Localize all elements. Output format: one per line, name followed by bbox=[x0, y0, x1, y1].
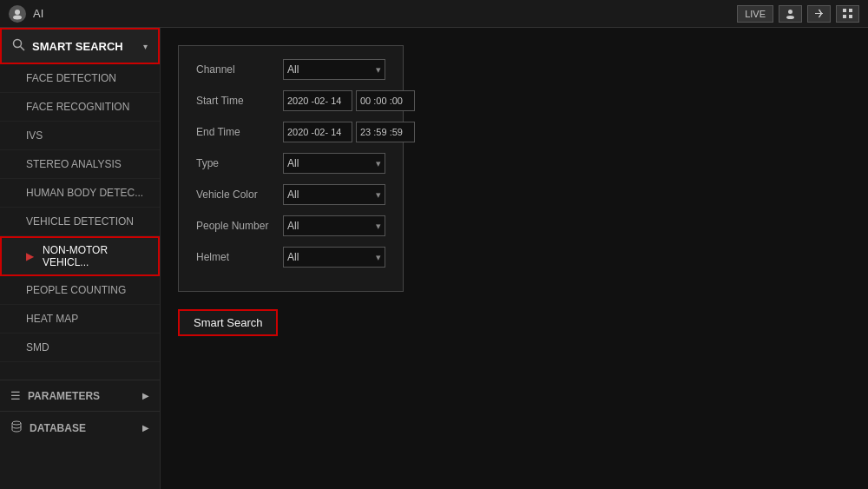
people-number-label: People Number bbox=[196, 220, 283, 232]
helmet-select-wrapper: All bbox=[283, 247, 385, 268]
svg-line-9 bbox=[21, 47, 25, 51]
people-number-select-wrapper: All bbox=[283, 215, 385, 236]
channel-row: Channel All bbox=[196, 59, 385, 80]
live-button[interactable]: LIVE bbox=[737, 5, 773, 23]
svg-rect-5 bbox=[849, 9, 852, 12]
end-date-input[interactable] bbox=[283, 122, 352, 142]
grid-icon-button[interactable] bbox=[836, 5, 859, 23]
end-time-input[interactable] bbox=[356, 122, 415, 142]
smart-search-chevron: ▾ bbox=[143, 42, 148, 51]
header-controls: LIVE bbox=[737, 5, 859, 23]
sidebar-database[interactable]: DATABASE ▶ bbox=[0, 411, 160, 444]
people-number-select[interactable]: All bbox=[283, 215, 385, 236]
svg-point-3 bbox=[786, 16, 794, 19]
user-icon-button[interactable] bbox=[779, 5, 802, 23]
parameters-icon: ☰ bbox=[10, 389, 21, 402]
non-motor-chevron: ▶ bbox=[26, 250, 34, 262]
sidebar-item-heat-map[interactable]: HEAT MAP bbox=[0, 305, 160, 334]
end-time-label: End Time bbox=[196, 126, 283, 138]
type-row: Type All bbox=[196, 153, 385, 174]
channel-select[interactable]: All bbox=[283, 59, 385, 80]
helmet-select[interactable]: All bbox=[283, 247, 385, 268]
people-number-row: People Number All bbox=[196, 215, 385, 236]
vehicle-color-row: Vehicle Color All bbox=[196, 184, 385, 205]
smart-search-label: SMART SEARCH bbox=[32, 40, 136, 53]
sidebar-item-face-detection[interactable]: FACE DETECTION bbox=[0, 64, 160, 93]
helmet-row: Helmet All bbox=[196, 247, 385, 268]
sidebar-item-non-motor-vehicle[interactable]: ▶ NON-MOTOR VEHICL... bbox=[0, 236, 160, 276]
svg-point-0 bbox=[15, 10, 20, 15]
sidebar-item-ivs[interactable]: IVS bbox=[0, 122, 160, 150]
svg-point-1 bbox=[13, 15, 22, 19]
channel-select-wrapper: All bbox=[283, 59, 385, 80]
sidebar-item-face-recognition[interactable]: FACE RECOGNITION bbox=[0, 93, 160, 122]
app-title: AI bbox=[33, 7, 43, 20]
sidebar-item-smd[interactable]: SMD bbox=[0, 334, 160, 362]
start-date-input[interactable] bbox=[283, 90, 352, 111]
type-select-wrapper: All bbox=[283, 153, 385, 174]
end-time-row: End Time bbox=[196, 122, 385, 142]
svg-rect-7 bbox=[849, 15, 852, 18]
smart-search-icon bbox=[12, 38, 25, 54]
sidebar-parameters[interactable]: ☰ PARAMETERS ▶ bbox=[0, 380, 160, 411]
helmet-label: Helmet bbox=[196, 251, 283, 263]
channel-label: Channel bbox=[196, 63, 283, 76]
search-form-panel: Channel All Start Time End Time bbox=[178, 45, 404, 292]
svg-rect-6 bbox=[843, 15, 846, 18]
sidebar: SMART SEARCH ▾ FACE DETECTION FACE RECOG… bbox=[0, 28, 161, 489]
database-label: DATABASE bbox=[30, 422, 135, 434]
parameters-arrow: ▶ bbox=[142, 391, 149, 400]
svg-point-8 bbox=[14, 40, 22, 48]
database-arrow: ▶ bbox=[142, 423, 149, 433]
header: AI LIVE bbox=[0, 0, 868, 28]
sidebar-item-stereo-analysis[interactable]: STEREO ANALYSIS bbox=[0, 150, 160, 179]
vehicle-color-select-wrapper: All bbox=[283, 184, 385, 205]
start-time-label: Start Time bbox=[196, 95, 283, 107]
type-select[interactable]: All bbox=[283, 153, 385, 174]
app-logo bbox=[9, 5, 26, 23]
database-icon bbox=[10, 420, 23, 435]
start-time-input[interactable] bbox=[356, 90, 415, 111]
main-layout: SMART SEARCH ▾ FACE DETECTION FACE RECOG… bbox=[0, 28, 868, 489]
start-datetime-group bbox=[283, 90, 415, 111]
sidebar-item-people-counting[interactable]: PEOPLE COUNTING bbox=[0, 276, 160, 305]
vehicle-color-label: Vehicle Color bbox=[196, 188, 283, 201]
type-label: Type bbox=[196, 157, 283, 169]
end-datetime-group bbox=[283, 122, 415, 142]
smart-search-button[interactable]: Smart Search bbox=[178, 309, 278, 336]
arrows-icon-button[interactable] bbox=[807, 5, 831, 23]
smart-search-section[interactable]: SMART SEARCH ▾ bbox=[0, 28, 160, 64]
start-time-row: Start Time bbox=[196, 90, 385, 111]
svg-point-2 bbox=[788, 10, 792, 14]
content-area: Channel All Start Time End Time bbox=[161, 28, 868, 489]
parameters-label: PARAMETERS bbox=[28, 390, 135, 402]
svg-rect-4 bbox=[843, 9, 846, 12]
sidebar-item-vehicle-detection[interactable]: VEHICLE DETECTION bbox=[0, 208, 160, 236]
vehicle-color-select[interactable]: All bbox=[283, 184, 385, 205]
sidebar-item-human-body[interactable]: HUMAN BODY DETEC... bbox=[0, 179, 160, 208]
svg-point-10 bbox=[12, 421, 21, 425]
